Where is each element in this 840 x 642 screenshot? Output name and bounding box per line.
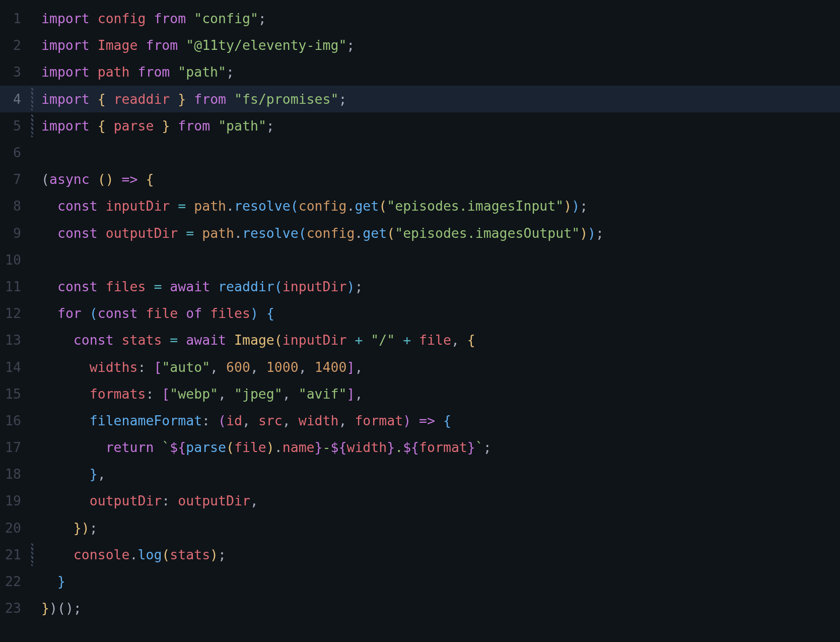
line-content[interactable]: outputDir: outputDir, [35, 493, 840, 508]
code-line[interactable]: 15 formats: ["webp", "jpeg", "avif"], [0, 380, 840, 407]
line-content[interactable]: import { readdir } from "fs/promises"; [35, 91, 840, 107]
line-number: 9 [0, 225, 35, 241]
code-line[interactable]: 5import { parse } from "path"; [0, 112, 840, 139]
line-content[interactable]: import config from "config"; [35, 11, 840, 26]
code-line[interactable]: 21 console.log(stats); [0, 541, 840, 568]
code-line[interactable]: 14 widths: ["auto", 600, 1000, 1400], [0, 353, 840, 380]
line-number: 10 [0, 252, 35, 268]
line-number: 17 [0, 439, 35, 455]
code-line[interactable]: 18 }, [0, 461, 840, 487]
code-line[interactable]: 20 }); [0, 515, 840, 541]
line-content[interactable]: import path from "path"; [35, 64, 840, 80]
line-number: 20 [0, 520, 35, 536]
line-number: 2 [0, 37, 35, 53]
code-line[interactable]: 4import { readdir } from "fs/promises"; [0, 86, 840, 112]
line-content[interactable]: const outputDir = path.resolve(config.ge… [35, 225, 840, 241]
code-line[interactable]: 17 return `${parse(file).name}-${width}.… [0, 434, 840, 461]
line-content[interactable]: import Image from "@11ty/eleventy-img"; [35, 37, 840, 53]
code-line[interactable]: 22 } [0, 568, 840, 595]
line-number: 4 [0, 91, 35, 107]
line-content[interactable]: } [35, 573, 840, 589]
line-number: 1 [0, 11, 35, 26]
code-line[interactable]: 3import path from "path"; [0, 58, 840, 85]
line-number: 12 [0, 305, 35, 321]
line-content[interactable]: console.log(stats); [35, 547, 840, 562]
line-content[interactable]: filenameFormat: (id, src, width, format)… [35, 413, 840, 428]
line-number: 6 [0, 145, 35, 160]
line-content[interactable]: }, [35, 466, 840, 482]
line-number: 23 [0, 600, 35, 616]
code-line[interactable]: 1import config from "config"; [0, 5, 840, 32]
line-content[interactable]: (async () => { [35, 171, 840, 187]
code-line[interactable]: 10 [0, 246, 840, 273]
line-content[interactable]: const stats = await Image(inputDir + "/"… [35, 332, 840, 348]
line-number: 13 [0, 332, 35, 348]
code-line[interactable]: 16 filenameFormat: (id, src, width, form… [0, 407, 840, 434]
line-number: 5 [0, 118, 35, 134]
line-content[interactable]: formats: ["webp", "jpeg", "avif"], [35, 386, 840, 402]
line-content[interactable]: widths: ["auto", 600, 1000, 1400], [35, 359, 840, 375]
code-editor[interactable]: 1import config from "config";2import Ima… [0, 0, 840, 621]
line-number: 18 [0, 466, 35, 482]
line-number: 19 [0, 493, 35, 508]
line-number: 11 [0, 279, 35, 294]
code-line[interactable]: 8 const inputDir = path.resolve(config.g… [0, 192, 840, 219]
code-line[interactable]: 13 const stats = await Image(inputDir + … [0, 327, 840, 353]
line-content[interactable]: return `${parse(file).name}-${width}.${f… [35, 439, 840, 455]
line-number: 14 [0, 359, 35, 375]
code-line[interactable]: 12 for (const file of files) { [0, 300, 840, 327]
line-content[interactable]: import { parse } from "path"; [35, 118, 840, 134]
code-line[interactable]: 7(async () => { [0, 166, 840, 192]
code-line[interactable]: 23})(); [0, 595, 840, 621]
line-content[interactable]: }); [35, 520, 840, 536]
line-number: 3 [0, 64, 35, 80]
code-line[interactable]: 6 [0, 139, 840, 166]
line-number: 7 [0, 171, 35, 187]
line-content[interactable]: const inputDir = path.resolve(config.get… [35, 198, 840, 214]
line-number: 16 [0, 413, 35, 428]
line-content[interactable]: for (const file of files) { [35, 305, 840, 321]
line-content[interactable]: const files = await readdir(inputDir); [35, 279, 840, 294]
code-line[interactable]: 9 const outputDir = path.resolve(config.… [0, 220, 840, 246]
line-number: 21 [0, 547, 35, 562]
code-line[interactable]: 11 const files = await readdir(inputDir)… [0, 273, 840, 300]
line-number: 22 [0, 573, 35, 589]
code-line[interactable]: 2import Image from "@11ty/eleventy-img"; [0, 32, 840, 58]
line-number: 8 [0, 198, 35, 214]
line-number: 15 [0, 386, 35, 402]
line-content[interactable]: })(); [35, 600, 840, 616]
code-line[interactable]: 19 outputDir: outputDir, [0, 487, 840, 514]
